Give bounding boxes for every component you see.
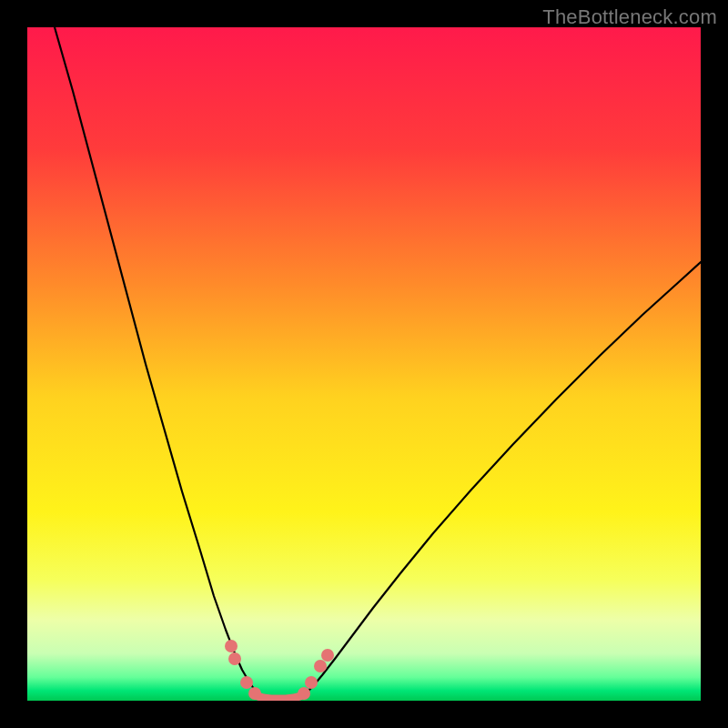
marker-dot (305, 676, 318, 689)
chart-svg (27, 27, 701, 701)
chart-frame: TheBottleneck.com (0, 0, 728, 728)
marker-dot (248, 687, 261, 700)
marker-dot (228, 652, 241, 665)
gradient-background (27, 27, 701, 701)
series-bottom-connector (258, 696, 300, 699)
marker-dot (240, 676, 253, 689)
marker-dot (321, 649, 334, 662)
marker-dot (225, 640, 238, 652)
marker-dot (314, 660, 327, 672)
watermark-text: TheBottleneck.com (542, 5, 717, 29)
plot-area (27, 27, 701, 701)
marker-dot (298, 687, 310, 700)
